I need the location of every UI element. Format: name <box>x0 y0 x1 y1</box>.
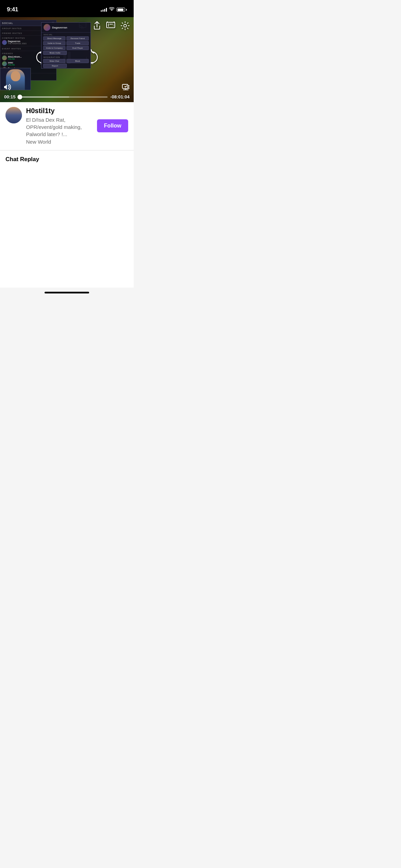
invite-to-company-button[interactable]: Invite to Company <box>43 46 65 50</box>
music-invite-button[interactable]: Music Invite <box>43 51 67 55</box>
progress-buffered <box>20 96 69 98</box>
follow-button[interactable]: Follow <box>97 119 128 132</box>
avatar <box>44 24 50 31</box>
stream-description: El D/Isa Dex Rat, OPR/event/gold making,… <box>26 116 93 138</box>
status-time: 9:41 <box>7 6 18 13</box>
stream-info: H0stil1ty El D/Isa Dex Rat, OPR/event/go… <box>0 102 134 150</box>
trade-button[interactable]: Trade <box>66 41 89 45</box>
status-icons <box>101 7 127 12</box>
status-bar: 9:41 <box>0 0 134 17</box>
stream-text: H0stil1ty El D/Isa Dex Rat, OPR/event/go… <box>26 107 93 145</box>
signal-bars-icon <box>101 8 107 12</box>
video-player[interactable]: SOCIAL ✕ GROUP INVITES FRIEND INVITES CO… <box>0 17 134 102</box>
controls-bottom: 00:15 -08:01:04 <box>0 84 134 102</box>
progress-bar[interactable] <box>18 96 107 98</box>
report-button[interactable]: Report <box>43 64 67 68</box>
streamer-name: H0stil1ty <box>26 107 93 115</box>
svg-point-11 <box>124 24 126 27</box>
svg-rect-3 <box>108 24 109 25</box>
mute-chat-button[interactable]: Mute Chat <box>43 59 65 63</box>
home-indicator <box>0 288 134 296</box>
wifi-icon <box>109 7 114 12</box>
invite-to-group-button[interactable]: Invite to Group <box>43 41 65 45</box>
context-menu: Dagaverran SOCIAL Direct Message Remove … <box>41 22 91 69</box>
stream-game: New World <box>26 139 93 145</box>
settings-icon[interactable] <box>121 21 130 32</box>
share-icon[interactable] <box>93 21 101 32</box>
channel-points-icon[interactable] <box>106 21 115 31</box>
svg-rect-5 <box>110 24 111 25</box>
svg-rect-9 <box>107 22 108 22</box>
home-bar <box>45 292 89 293</box>
block-button[interactable]: Block <box>66 59 89 63</box>
chat-replay: Chat Replay <box>0 150 134 288</box>
avatar <box>5 107 22 123</box>
quality-icon[interactable] <box>122 84 130 92</box>
svg-rect-8 <box>113 25 113 26</box>
direct-message-button[interactable]: Direct Message <box>43 36 65 40</box>
svg-rect-6 <box>111 24 112 25</box>
svg-rect-10 <box>113 22 115 22</box>
svg-rect-2 <box>107 22 115 28</box>
chat-replay-title: Chat Replay <box>5 156 128 163</box>
svg-rect-4 <box>108 25 109 26</box>
time-current: 00:15 <box>4 94 15 99</box>
remove-friend-button[interactable]: Remove Friend <box>66 36 89 40</box>
duel-player-button[interactable]: Duel Player <box>66 46 89 50</box>
progress-row: 00:15 -08:01:04 <box>4 94 130 99</box>
battery-icon <box>117 8 127 12</box>
time-remaining: -08:01:04 <box>110 94 130 99</box>
volume-icon[interactable] <box>4 84 12 92</box>
progress-thumb[interactable] <box>17 95 22 99</box>
svg-rect-7 <box>113 24 113 25</box>
